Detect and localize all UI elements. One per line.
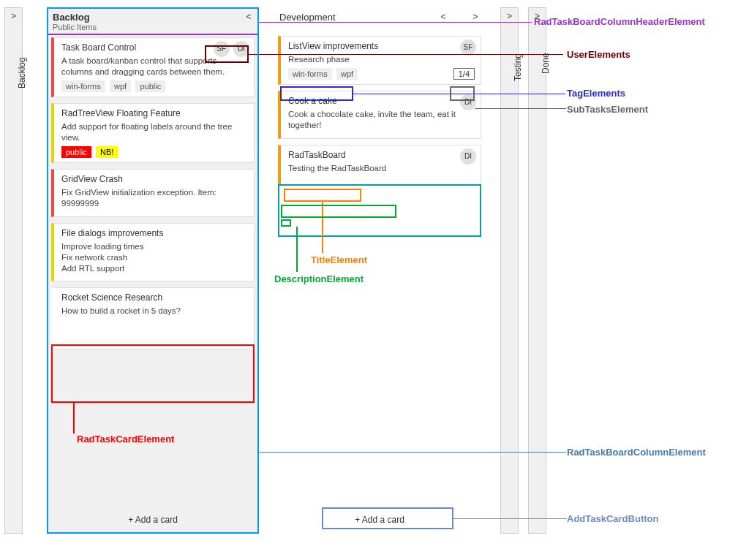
tag: win-forms: [288, 68, 332, 80]
add-card-button[interactable]: + Add a card: [274, 509, 486, 531]
task-card[interactable]: DI Cook a cake Cook a chocolate cake, in…: [278, 91, 481, 139]
tag: NB!: [96, 146, 118, 158]
line: [475, 108, 566, 109]
collapsed-column-label: Testing: [513, 53, 523, 81]
collapsed-column-backlog: > Backlog: [4, 7, 23, 534]
card-title: Cook a cake: [288, 96, 475, 106]
task-card[interactable]: SF DI Task Board Control A task board/ka…: [51, 37, 255, 97]
column-title: Development: [279, 12, 480, 23]
line: [73, 403, 75, 434]
card-description: Add support for floating labels around t…: [61, 121, 248, 143]
collapsed-column-label: Done: [541, 53, 551, 74]
task-card[interactable]: RadTreeView Floating Feature Add support…: [51, 103, 255, 163]
card-title: Rocket Science Research: [61, 292, 248, 303]
avatar: DI: [233, 41, 249, 57]
add-card-button[interactable]: + Add a card: [47, 509, 259, 531]
collapse-button[interactable]: <: [243, 12, 255, 23]
card-list: SF DI Task Board Control A task board/ka…: [47, 34, 259, 349]
card-title: RadTaskBoard: [288, 150, 475, 160]
task-card[interactable]: DI RadTaskBoard Testing the RadTaskBoard: [278, 145, 481, 185]
tag: public: [61, 146, 91, 158]
card-list: SF ListView improvements Research phase …: [274, 26, 486, 185]
line: [249, 54, 563, 55]
line: [296, 227, 298, 272]
line: [259, 452, 566, 453]
annotation-header: RadTaskBoardColumnHeaderElement: [534, 16, 705, 27]
annotation-column: RadTaskBoardColumnElement: [567, 447, 706, 458]
card-description: Cook a chocolate cake, invite the team, …: [288, 109, 475, 131]
card-description: Fix GridView initialization exception. I…: [61, 187, 248, 209]
desc-line: Fix network crash: [61, 253, 127, 262]
column-backlog: Backlog Public Items < SF DI Task Board …: [47, 7, 259, 534]
task-card[interactable]: SF ListView improvements Research phase …: [278, 36, 481, 85]
collapsed-column-label: Backlog: [17, 57, 27, 88]
annotation-add: AddTaskCardButton: [567, 513, 658, 524]
line: [259, 22, 532, 23]
card-description: Testing the RadTaskBoard: [288, 163, 475, 174]
tag-elements: win-forms wpf public: [61, 80, 248, 92]
tag: wpf: [110, 80, 131, 92]
user-elements: DI: [459, 148, 476, 164]
annotation-card: RadTaskCardElement: [77, 434, 174, 444]
avatar: DI: [460, 94, 476, 110]
user-elements: SF: [459, 39, 476, 56]
task-card[interactable]: GridView Crash Fix GridView initializati…: [51, 169, 255, 217]
card-description: How to build a rocket in 5 days?: [61, 306, 248, 317]
line: [322, 202, 323, 253]
card-description: Research phase: [288, 54, 475, 65]
tag-elements: public NB!: [61, 146, 248, 158]
subtasks-element: 1/4: [453, 68, 475, 80]
line: [353, 94, 565, 94]
card-description: A task board/kanban control that support…: [61, 56, 248, 77]
column-title: Backlog: [53, 12, 253, 23]
task-card[interactable]: Rocket Science Research How to build a r…: [51, 287, 255, 349]
expand-button[interactable]: >: [5, 8, 22, 24]
tag: win-forms: [61, 80, 105, 92]
annotation-users: UserElements: [567, 49, 630, 60]
user-elements: SF DI: [212, 41, 249, 57]
card-title: GridView Crash: [61, 174, 248, 184]
card-description: Improve loading times Fix network crash …: [61, 241, 248, 274]
card-title: ListView improvements: [288, 41, 475, 51]
annotation-desc: DescriptionElement: [274, 273, 364, 284]
collapsed-column-done: > Done: [528, 7, 546, 534]
tag: wpf: [336, 68, 358, 80]
avatar: DI: [460, 148, 476, 164]
tag-elements: win-forms wpf 1/4: [288, 68, 475, 80]
column-header: Development < >: [274, 7, 486, 26]
column-development: Development < > SF ListView improvements…: [274, 7, 486, 534]
column-subtitle: Public Items: [53, 23, 253, 31]
annotation-subtasks: SubTasksElement: [567, 104, 648, 115]
tag: public: [135, 80, 165, 92]
annotation-tags: TagElements: [567, 88, 625, 99]
user-elements: DI: [459, 94, 476, 110]
desc-line: Improve loading times: [61, 242, 144, 251]
line: [453, 518, 567, 519]
card-title: RadTreeView Floating Feature: [61, 108, 248, 118]
avatar: SF: [214, 41, 230, 57]
avatar: SF: [460, 39, 476, 56]
task-card[interactable]: File dialogs improvements Improve loadin…: [51, 223, 255, 282]
annotation-title: TitleElement: [311, 254, 367, 265]
collapsed-column-testing: > Testing: [500, 7, 519, 534]
desc-line: Add RTL support: [61, 264, 124, 273]
column-header: Backlog Public Items <: [47, 7, 259, 34]
card-title: File dialogs improvements: [61, 228, 248, 238]
